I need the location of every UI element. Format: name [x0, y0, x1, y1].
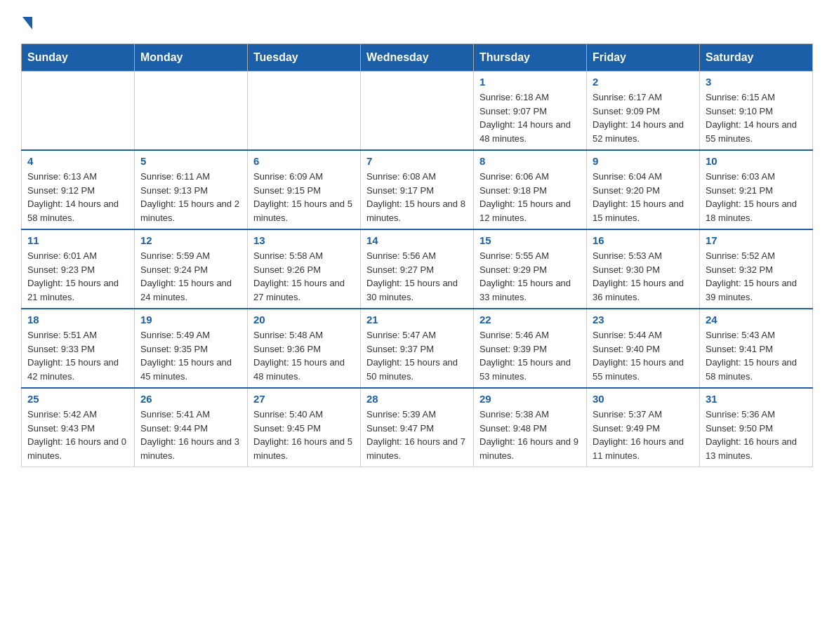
calendar-cell — [135, 72, 248, 151]
calendar-cell: 27Sunrise: 5:40 AMSunset: 9:45 PMDayligh… — [248, 388, 361, 467]
calendar-cell: 18Sunrise: 5:51 AMSunset: 9:33 PMDayligh… — [22, 309, 135, 388]
day-number: 16 — [593, 234, 694, 246]
day-number: 7 — [366, 155, 468, 167]
calendar-cell: 9Sunrise: 6:04 AMSunset: 9:20 PMDaylight… — [587, 150, 700, 229]
calendar-cell: 1Sunrise: 6:18 AMSunset: 9:07 PMDaylight… — [474, 72, 587, 151]
weekday-header-monday: Monday — [135, 44, 248, 72]
day-number: 5 — [140, 155, 241, 167]
weekday-header-friday: Friday — [587, 44, 700, 72]
calendar-cell: 15Sunrise: 5:55 AMSunset: 9:29 PMDayligh… — [474, 229, 587, 309]
calendar-cell: 24Sunrise: 5:43 AMSunset: 9:41 PMDayligh… — [700, 309, 813, 388]
day-info: Sunrise: 5:43 AMSunset: 9:41 PMDaylight:… — [706, 328, 807, 383]
day-number: 11 — [27, 234, 128, 246]
calendar-cell: 25Sunrise: 5:42 AMSunset: 9:43 PMDayligh… — [22, 388, 135, 467]
calendar-header-row: SundayMondayTuesdayWednesdayThursdayFrid… — [22, 44, 813, 72]
day-info: Sunrise: 5:48 AMSunset: 9:36 PMDaylight:… — [253, 328, 355, 383]
day-info: Sunrise: 5:36 AMSunset: 9:50 PMDaylight:… — [706, 408, 807, 462]
day-info: Sunrise: 5:39 AMSunset: 9:47 PMDaylight:… — [366, 408, 468, 462]
day-number: 8 — [479, 155, 581, 167]
day-info: Sunrise: 5:38 AMSunset: 9:48 PMDaylight:… — [479, 408, 581, 462]
calendar-cell: 11Sunrise: 6:01 AMSunset: 9:23 PMDayligh… — [22, 229, 135, 309]
day-info: Sunrise: 5:49 AMSunset: 9:35 PMDaylight:… — [140, 328, 241, 383]
calendar-cell: 13Sunrise: 5:58 AMSunset: 9:26 PMDayligh… — [248, 229, 361, 309]
day-number: 20 — [253, 314, 355, 326]
day-number: 18 — [27, 314, 128, 326]
day-number: 15 — [479, 234, 581, 246]
weekday-header-wednesday: Wednesday — [361, 44, 474, 72]
day-number: 3 — [706, 76, 807, 88]
day-info: Sunrise: 5:53 AMSunset: 9:30 PMDaylight:… — [593, 249, 694, 304]
weekday-header-sunday: Sunday — [22, 44, 135, 72]
day-info: Sunrise: 6:06 AMSunset: 9:18 PMDaylight:… — [479, 170, 581, 224]
day-number: 25 — [27, 393, 128, 405]
day-info: Sunrise: 5:42 AMSunset: 9:43 PMDaylight:… — [27, 408, 128, 462]
day-number: 9 — [593, 155, 694, 167]
calendar-cell: 21Sunrise: 5:47 AMSunset: 9:37 PMDayligh… — [361, 309, 474, 388]
calendar-cell: 2Sunrise: 6:17 AMSunset: 9:09 PMDaylight… — [587, 72, 700, 151]
logo-arrow-icon — [22, 17, 32, 29]
calendar-cell: 10Sunrise: 6:03 AMSunset: 9:21 PMDayligh… — [700, 150, 813, 229]
day-number: 28 — [366, 393, 468, 405]
calendar-cell: 7Sunrise: 6:08 AMSunset: 9:17 PMDaylight… — [361, 150, 474, 229]
day-number: 24 — [706, 314, 807, 326]
calendar-cell: 4Sunrise: 6:13 AMSunset: 9:12 PMDaylight… — [22, 150, 135, 229]
calendar-cell: 22Sunrise: 5:46 AMSunset: 9:39 PMDayligh… — [474, 309, 587, 388]
calendar-cell: 19Sunrise: 5:49 AMSunset: 9:35 PMDayligh… — [135, 309, 248, 388]
day-number: 27 — [253, 393, 355, 405]
calendar-cell: 29Sunrise: 5:38 AMSunset: 9:48 PMDayligh… — [474, 388, 587, 467]
calendar-cell: 20Sunrise: 5:48 AMSunset: 9:36 PMDayligh… — [248, 309, 361, 388]
day-info: Sunrise: 6:18 AMSunset: 9:07 PMDaylight:… — [479, 90, 581, 145]
day-info: Sunrise: 6:03 AMSunset: 9:21 PMDaylight:… — [706, 170, 807, 224]
day-info: Sunrise: 6:17 AMSunset: 9:09 PMDaylight:… — [593, 90, 694, 145]
weekday-header-thursday: Thursday — [474, 44, 587, 72]
day-number: 31 — [706, 393, 807, 405]
day-number: 2 — [593, 76, 694, 88]
calendar-week-row: 18Sunrise: 5:51 AMSunset: 9:33 PMDayligh… — [22, 309, 813, 388]
calendar-week-row: 4Sunrise: 6:13 AMSunset: 9:12 PMDaylight… — [22, 150, 813, 229]
day-info: Sunrise: 5:55 AMSunset: 9:29 PMDaylight:… — [479, 249, 581, 304]
day-info: Sunrise: 6:15 AMSunset: 9:10 PMDaylight:… — [706, 90, 807, 145]
day-info: Sunrise: 6:09 AMSunset: 9:15 PMDaylight:… — [253, 170, 355, 224]
day-info: Sunrise: 6:04 AMSunset: 9:20 PMDaylight:… — [593, 170, 694, 224]
day-number: 22 — [479, 314, 581, 326]
calendar-cell — [248, 72, 361, 151]
day-info: Sunrise: 5:46 AMSunset: 9:39 PMDaylight:… — [479, 328, 581, 383]
day-number: 4 — [27, 155, 128, 167]
day-info: Sunrise: 5:52 AMSunset: 9:32 PMDaylight:… — [706, 249, 807, 304]
day-number: 10 — [706, 155, 807, 167]
calendar-cell: 5Sunrise: 6:11 AMSunset: 9:13 PMDaylight… — [135, 150, 248, 229]
day-number: 29 — [479, 393, 581, 405]
day-info: Sunrise: 5:58 AMSunset: 9:26 PMDaylight:… — [253, 249, 355, 304]
calendar-cell: 31Sunrise: 5:36 AMSunset: 9:50 PMDayligh… — [700, 388, 813, 467]
calendar-cell: 26Sunrise: 5:41 AMSunset: 9:44 PMDayligh… — [135, 388, 248, 467]
day-number: 21 — [366, 314, 468, 326]
calendar-cell: 28Sunrise: 5:39 AMSunset: 9:47 PMDayligh… — [361, 388, 474, 467]
day-info: Sunrise: 5:47 AMSunset: 9:37 PMDaylight:… — [366, 328, 468, 383]
weekday-header-saturday: Saturday — [700, 44, 813, 72]
calendar-cell: 3Sunrise: 6:15 AMSunset: 9:10 PMDaylight… — [700, 72, 813, 151]
calendar-cell: 12Sunrise: 5:59 AMSunset: 9:24 PMDayligh… — [135, 229, 248, 309]
day-number: 26 — [140, 393, 241, 405]
weekday-header-tuesday: Tuesday — [248, 44, 361, 72]
calendar-cell: 6Sunrise: 6:09 AMSunset: 9:15 PMDaylight… — [248, 150, 361, 229]
day-number: 30 — [593, 393, 694, 405]
day-info: Sunrise: 5:56 AMSunset: 9:27 PMDaylight:… — [366, 249, 468, 304]
day-number: 14 — [366, 234, 468, 246]
page-header — [21, 14, 813, 29]
calendar-cell: 14Sunrise: 5:56 AMSunset: 9:27 PMDayligh… — [361, 229, 474, 309]
day-number: 1 — [479, 76, 581, 88]
calendar-cell: 30Sunrise: 5:37 AMSunset: 9:49 PMDayligh… — [587, 388, 700, 467]
calendar-cell: 17Sunrise: 5:52 AMSunset: 9:32 PMDayligh… — [700, 229, 813, 309]
calendar-cell: 23Sunrise: 5:44 AMSunset: 9:40 PMDayligh… — [587, 309, 700, 388]
day-info: Sunrise: 5:40 AMSunset: 9:45 PMDaylight:… — [253, 408, 355, 462]
calendar-week-row: 25Sunrise: 5:42 AMSunset: 9:43 PMDayligh… — [22, 388, 813, 467]
day-info: Sunrise: 6:08 AMSunset: 9:17 PMDaylight:… — [366, 170, 468, 224]
calendar-week-row: 1Sunrise: 6:18 AMSunset: 9:07 PMDaylight… — [22, 72, 813, 151]
calendar-cell — [361, 72, 474, 151]
day-number: 13 — [253, 234, 355, 246]
calendar-table: SundayMondayTuesdayWednesdayThursdayFrid… — [21, 43, 813, 467]
calendar-cell: 8Sunrise: 6:06 AMSunset: 9:18 PMDaylight… — [474, 150, 587, 229]
day-info: Sunrise: 6:01 AMSunset: 9:23 PMDaylight:… — [27, 249, 128, 304]
day-info: Sunrise: 5:59 AMSunset: 9:24 PMDaylight:… — [140, 249, 241, 304]
calendar-week-row: 11Sunrise: 6:01 AMSunset: 9:23 PMDayligh… — [22, 229, 813, 309]
